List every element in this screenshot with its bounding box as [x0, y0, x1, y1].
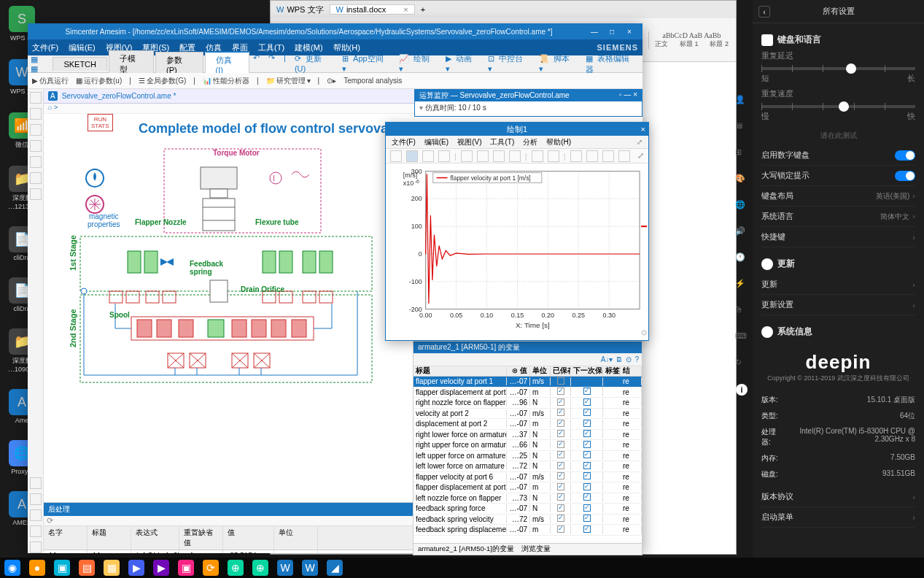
tab-sketch[interactable]: SKETCH [53, 57, 107, 71]
var-col-header[interactable]: 已保存 [551, 366, 571, 376]
vtool-b1[interactable] [30, 477, 42, 489]
cell[interactable]: A1 [88, 550, 131, 553]
wps-styles[interactable]: aBbCcD AaB AaBb [655, 31, 729, 39]
vars-tool-4[interactable]: ? [634, 355, 639, 363]
tray-apps-icon[interactable]: ⊞ [735, 147, 748, 161]
tray-power-icon[interactable]: ⚡ [735, 279, 748, 292]
var-row[interactable]: left upper force on armature…25N re [414, 451, 642, 462]
btn-anim[interactable]: ▶ 动画 ▾ [443, 53, 481, 75]
var-row[interactable]: right lower force on armature…37N re [414, 430, 642, 441]
menu-item[interactable]: 文件(F) [32, 42, 58, 53]
vtool-6[interactable] [30, 172, 42, 184]
toggle-caps[interactable]: 大写锁定提示 [761, 166, 915, 186]
plot-menu-item[interactable]: 帮助(H) [546, 137, 571, 147]
col-header[interactable]: 表达式 [131, 526, 179, 550]
btn-global-params[interactable]: ☰ 全局参数(G) [139, 76, 186, 86]
var-row[interactable]: feedback spring force…-07N re [414, 504, 642, 515]
menu-item[interactable]: 编辑(E) [69, 42, 96, 53]
cell[interactable] [274, 550, 318, 553]
var-col-header[interactable]: 下一次保存 [571, 366, 603, 376]
dock-item[interactable]: ▦ [104, 560, 120, 576]
toggle-numpad[interactable]: 启用数字键盘 [761, 145, 915, 166]
var-row[interactable]: flapper displacement at port 1…-07m re [414, 388, 642, 398]
tray-network-icon[interactable]: 🌐 [735, 200, 748, 213]
nav-syslang[interactable]: 系统语言简体中文› [761, 207, 915, 227]
wps-doc-tab[interactable]: W install.docx × [330, 4, 415, 15]
dock-item[interactable]: W [302, 560, 318, 576]
tray-theme-icon[interactable]: 🎨 [735, 174, 748, 187]
col-header[interactable]: 值 [223, 526, 274, 550]
wps-new-tab[interactable]: + [415, 5, 431, 14]
settings-back-button[interactable]: ‹ [758, 6, 770, 18]
redo-icon[interactable]: ↷ [266, 53, 277, 75]
vars-tool-2[interactable]: 🗎 [616, 355, 623, 363]
plot-menu-item[interactable]: 分析 [523, 137, 537, 147]
vtool-3[interactable] [30, 124, 42, 136]
minimize-button[interactable]: — [586, 28, 603, 36]
var-row[interactable]: feedback spring velocity…72m/s re [414, 515, 642, 525]
tray-user-icon[interactable]: 👤 [735, 95, 748, 108]
plot-tool-1[interactable] [390, 150, 402, 162]
btn-perf[interactable]: 📊 性能分析器 [203, 76, 249, 86]
var-col-header[interactable]: 标题 [414, 366, 507, 376]
vars-foot-left[interactable]: armature2_1 [ARM50-1]的变量 [418, 544, 514, 554]
maximize-button[interactable]: □ [603, 28, 621, 36]
tray-update-icon[interactable]: ↻ [735, 358, 748, 371]
menu-item[interactable]: 帮助(H) [333, 42, 360, 53]
btn-plot[interactable]: 📈 绘制 ▾ [397, 53, 439, 75]
plot-tool-14[interactable] [618, 150, 630, 162]
plot-menu-expand[interactable]: ⤢ [637, 138, 642, 146]
vtool-b2[interactable] [30, 493, 42, 505]
dock-item[interactable]: ⊕ [252, 560, 268, 576]
cell[interactable]: A1 [44, 550, 88, 553]
var-row[interactable]: velocity at port 2…-07m/s re [414, 409, 642, 420]
test-input[interactable]: 请在此测试 [761, 126, 915, 145]
vars-tool-1[interactable]: A↓▾ [601, 355, 613, 363]
btn-study[interactable]: 📁 研究管理 ▾ [266, 76, 311, 86]
vars-tool-3[interactable]: ⊙ [626, 355, 632, 363]
undo-icon[interactable]: ↶ [251, 53, 262, 75]
nav-startmenu[interactable]: 启动菜单› [761, 507, 915, 528]
plot-tool-4[interactable] [438, 150, 450, 162]
tray-time-icon[interactable]: 🕐 [735, 253, 748, 266]
btn-run-params[interactable]: ▦ 运行参数(u) [76, 76, 122, 86]
plot-menu-item[interactable]: 视图(V) [457, 137, 481, 147]
dock-item[interactable]: ▶ [128, 560, 144, 576]
plot-tool-5[interactable] [461, 150, 473, 162]
btn-script[interactable]: 📜 脚本 ▾ [537, 53, 579, 75]
dock-item[interactable]: W [277, 560, 293, 576]
var-col-header[interactable]: 标签 [603, 366, 621, 376]
vtool-4[interactable] [30, 140, 42, 152]
plot-tool-2[interactable] [406, 150, 418, 162]
wps-app-tab[interactable]: W WPS 文字 [271, 4, 330, 15]
vtool-1[interactable] [30, 92, 42, 104]
var-row[interactable]: left nozzle force on flapper…73N re [414, 493, 642, 504]
plot-tool-13[interactable] [602, 150, 614, 162]
nav-update-settings[interactable]: 更新设置› [761, 295, 915, 315]
btn-appspace[interactable]: ⊞ App空间 ▾ [340, 53, 392, 75]
dock-item[interactable]: ⊕ [228, 560, 244, 576]
vtool-5[interactable] [30, 156, 42, 168]
col-header[interactable]: 名字 [44, 526, 88, 550]
plot-tool-6[interactable] [477, 150, 489, 162]
cell[interactable]: ref [179, 550, 223, 553]
dock-item[interactable]: ▣ [178, 560, 194, 576]
nav-update[interactable]: 更新› [761, 274, 915, 295]
var-col-header[interactable]: ⊙ 值 [507, 366, 530, 376]
plot-tool-9[interactable] [532, 150, 543, 162]
run-stats-box[interactable]: RUNSTATS [88, 114, 113, 131]
var-row[interactable]: right nozzle force on flapper…96N re [414, 398, 642, 409]
nav-layout[interactable]: 键盘布局英语(美国)› [761, 186, 915, 207]
var-row[interactable]: flapper velocity at port 6…-07m/s re [414, 472, 642, 483]
var-col-header[interactable]: 结 [621, 366, 642, 376]
tray-sound-icon[interactable]: 🔊 [735, 226, 748, 239]
nav-shortcut[interactable]: 快捷键› [761, 227, 915, 247]
dock-item[interactable]: ▶ [153, 560, 169, 576]
dock-item[interactable]: ● [29, 560, 45, 576]
dock-item[interactable]: ◢ [327, 560, 343, 576]
vtool-b3[interactable] [30, 509, 42, 521]
var-row[interactable]: flapper velocity at port 1…-07m/s re [414, 377, 642, 388]
var-row[interactable]: feedback spring displacement…-07m re [414, 525, 642, 536]
plot-chart[interactable]: -200-10001002003000.000.050.100.150.200.… [386, 163, 648, 340]
var-row[interactable]: left lower force on armature…72N re [414, 461, 642, 472]
